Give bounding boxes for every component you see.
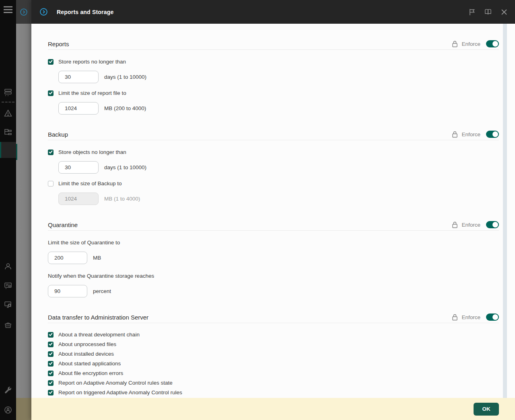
store-nav-icon[interactable] — [0, 318, 16, 332]
section-title: Quarantine — [48, 221, 78, 228]
checkbox-label: About unprocessed files — [58, 341, 116, 347]
store-reports-days-input[interactable] — [58, 71, 99, 83]
enforce-toggle-quarantine[interactable] — [486, 221, 499, 228]
enforce-label: Enforce — [461, 41, 480, 47]
vertical-scrollbar[interactable] — [503, 24, 507, 398]
checkbox-row[interactable]: About file encryption errors — [48, 370, 499, 376]
settings-panel: Reports and Storage Reports E — [31, 0, 515, 420]
unit-label: percent — [93, 288, 111, 294]
help-book-icon[interactable] — [484, 8, 492, 16]
checkbox-unchecked-icon[interactable] — [48, 181, 54, 186]
lock-icon — [452, 314, 458, 321]
close-icon[interactable] — [501, 8, 508, 16]
alerts-nav-icon[interactable] — [0, 106, 16, 120]
input-row: days (1 to 10000) — [58, 71, 499, 83]
rail-divider — [2, 102, 14, 102]
enforce-control: Enforce — [452, 40, 499, 47]
report-settings-nav-icon[interactable] — [0, 279, 16, 293]
checkbox-label: About installed devices — [58, 351, 114, 357]
section-title: Data transfer to Administration Server — [48, 314, 148, 321]
checkbox-row[interactable]: About a threat development chain — [48, 332, 499, 338]
checkbox-row[interactable]: About started applications — [48, 361, 499, 367]
unit-label: MB — [93, 255, 101, 261]
enforce-toggle-reports[interactable] — [486, 40, 499, 47]
input-row: MB — [48, 252, 499, 264]
checkbox-label: Store objects no longer than — [58, 149, 126, 155]
checkbox-checked-icon[interactable] — [48, 351, 54, 357]
enforce-control: Enforce — [452, 313, 499, 321]
dimmed-selected-indicator — [16, 144, 17, 160]
unit-label: days (1 to 10000) — [104, 74, 146, 80]
checkbox-row[interactable]: About unprocessed files — [48, 341, 499, 347]
checkbox-row[interactable]: Report on triggered Adaptive Anomaly Con… — [48, 389, 499, 395]
checkbox-checked-icon[interactable] — [48, 371, 54, 376]
checkbox-row[interactable]: Store objects no longer than — [48, 149, 499, 155]
checkbox-label: About started applications — [58, 361, 121, 367]
rail-item-selected[interactable] — [0, 142, 16, 158]
lock-icon — [452, 221, 458, 228]
section-title: Reports — [48, 41, 69, 47]
enforce-label: Enforce — [461, 131, 480, 137]
report-file-size-input[interactable] — [58, 102, 99, 115]
checkbox-label: About file encryption errors — [58, 370, 123, 376]
lock-icon — [452, 131, 458, 138]
brand-circle-chevron-icon — [20, 8, 28, 16]
input-row: MB (1 to 4000) — [58, 193, 499, 205]
input-row: days (1 to 10000) — [58, 161, 499, 174]
enforce-toggle-backup[interactable] — [486, 131, 499, 138]
background-scrim — [16, 0, 31, 420]
hamburger-menu-icon[interactable] — [0, 3, 16, 16]
checkbox-checked-icon[interactable] — [48, 342, 54, 347]
checkbox-checked-icon[interactable] — [48, 361, 54, 367]
section-title: Backup — [48, 131, 68, 138]
checkbox-checked-icon[interactable] — [48, 380, 54, 386]
checkbox-row[interactable]: Store reports no longer than — [48, 59, 499, 65]
checkbox-checked-icon[interactable] — [48, 332, 54, 338]
settings-body: Reports Enforce Store reports no longer … — [31, 24, 515, 398]
input-row: MB (200 to 4000) — [58, 102, 499, 115]
dimmed-page-body — [16, 24, 31, 398]
input-row: percent — [48, 285, 499, 297]
panel-footer: OK — [31, 398, 515, 420]
enforce-label: Enforce — [461, 222, 480, 228]
checkbox-label: About a threat development chain — [58, 332, 140, 338]
field-label: Limit the size of Quarantine to — [48, 240, 499, 246]
users-nav-icon[interactable] — [0, 260, 16, 273]
dimmed-page-footer — [16, 398, 31, 420]
checkbox-checked-icon[interactable] — [48, 59, 54, 65]
section-header-quarantine: Quarantine Enforce — [48, 221, 499, 231]
unit-label: MB (1 to 4000) — [104, 196, 140, 202]
backup-size-input-disabled — [58, 193, 99, 205]
enforce-control: Enforce — [452, 131, 499, 138]
enforce-label: Enforce — [461, 314, 480, 320]
checkbox-label: Report on triggered Adaptive Anomaly Con… — [58, 389, 182, 395]
page-title: Reports and Storage — [57, 9, 114, 15]
settings-wrench-icon[interactable] — [0, 383, 16, 397]
policies-nav-icon[interactable] — [0, 125, 16, 139]
checkbox-checked-icon[interactable] — [48, 90, 54, 96]
checkbox-row[interactable]: Report on Adaptive Anomaly Control rules… — [48, 380, 499, 386]
device-search-nav-icon[interactable] — [0, 298, 16, 312]
quarantine-notify-percent-input[interactable] — [48, 285, 87, 297]
left-nav-rail — [0, 0, 16, 420]
checkbox-row[interactable]: About installed devices — [48, 351, 499, 357]
section-header-data-transfer: Data transfer to Administration Server E… — [48, 313, 499, 323]
storage-nav-icon[interactable] — [0, 86, 16, 100]
field-label: Notify when the Quarantine storage reach… — [48, 273, 499, 279]
lock-icon — [452, 41, 458, 47]
enforce-toggle-data-transfer[interactable] — [486, 313, 499, 321]
checkbox-row[interactable]: Limit the size of Backup to — [48, 180, 499, 186]
panel-titlebar: Reports and Storage — [31, 0, 515, 24]
data-transfer-list: About a threat development chain About u… — [48, 332, 499, 395]
quarantine-size-input[interactable] — [48, 252, 87, 264]
checkbox-label: Store reports no longer than — [58, 59, 126, 65]
checkbox-row[interactable]: Limit the size of report file to — [48, 90, 499, 96]
app-window: Reports and Storage Reports E — [0, 0, 515, 420]
store-objects-days-input[interactable] — [58, 161, 99, 174]
account-nav-icon[interactable] — [0, 403, 16, 417]
ok-button[interactable]: OK — [474, 403, 499, 416]
checkbox-label: Limit the size of Backup to — [58, 180, 122, 186]
checkbox-checked-icon[interactable] — [48, 150, 54, 155]
flag-icon[interactable] — [468, 8, 476, 16]
checkbox-checked-icon[interactable] — [48, 390, 54, 395]
